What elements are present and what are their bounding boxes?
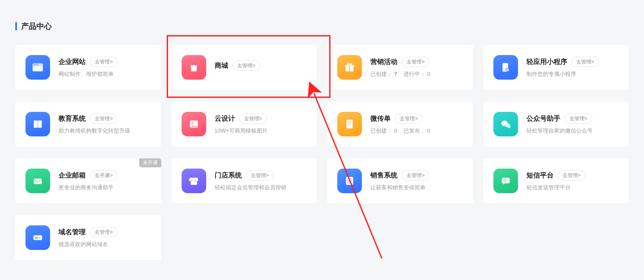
card-body: 短信平台 去管理> 短信发送管理平台 — [526, 170, 619, 191]
card-desc: 轻松搞定会员管理和会员营销 — [215, 184, 307, 191]
svg-rect-20 — [34, 178, 42, 184]
manage-button[interactable]: 去管理> — [558, 170, 585, 180]
card-body: 微传单 去管理> 已创建：0 已发布：0 — [370, 114, 463, 135]
card-body: 企业网站 去管理> 网站制作、维护都简单 — [59, 57, 151, 78]
svg-rect-28 — [503, 181, 507, 182]
wechat-icon — [493, 112, 518, 136]
card-body: 门店系统 去管理> 轻松搞定会员管理和会员营销 — [215, 170, 307, 191]
svg-point-9 — [505, 68, 509, 72]
card-edu[interactable]: 教育系统 去管理> 助力教培机构数字化转型升级 — [15, 102, 161, 147]
card-domain[interactable]: W.≡ 域名管理 去管理> 挑选喜欢的网站域名 — [15, 215, 161, 260]
svg-rect-13 — [347, 120, 353, 129]
card-body: 营销活动 去管理> 已创建：7 进行中：0 — [370, 57, 463, 78]
manage-button[interactable]: 去管理> — [232, 61, 260, 71]
card-mall[interactable]: 商城 去管理> — [171, 45, 317, 90]
manage-button[interactable]: 去管理> — [90, 227, 118, 237]
window-icon — [25, 55, 50, 80]
shopping-bag-icon — [182, 55, 206, 80]
card-title: 销售系统 — [370, 171, 398, 180]
mini-program-icon — [493, 55, 518, 80]
stat-published-value: 0 — [427, 128, 430, 134]
svg-point-2 — [34, 64, 35, 65]
title-accent-bar — [15, 22, 17, 30]
card-stats: 已创建：0 已发布：0 — [370, 127, 463, 135]
card-design[interactable]: 云设计 去管理> 10W+可商用模板图片 — [171, 102, 317, 147]
card-title: 门店系统 — [215, 171, 242, 180]
card-body: 云设计 去管理> 10W+可商用模板图片 — [215, 114, 307, 135]
stat-created-label: 已创建： — [370, 71, 392, 77]
card-title: 商城 — [215, 61, 228, 70]
card-title: 短信平台 — [526, 171, 554, 180]
stat-running-value: 0 — [427, 71, 430, 77]
card-title: 企业网站 — [59, 58, 86, 67]
svg-rect-25 — [347, 183, 350, 183]
manage-button[interactable]: 去管理> — [246, 170, 274, 180]
stat-created-value: 7 — [394, 71, 397, 77]
card-title: 云设计 — [215, 114, 235, 123]
manage-button[interactable]: 去管理> — [402, 170, 429, 180]
card-sms[interactable]: 短信平台 去管理> 短信发送管理平台 — [483, 158, 629, 203]
domain-icon: W.≡ — [25, 225, 50, 250]
svg-rect-14 — [347, 121, 351, 122]
manage-button[interactable]: 去管理> — [90, 57, 118, 67]
stat-created-value: 0 — [394, 128, 397, 134]
mail-icon — [25, 169, 50, 193]
card-desc: 更专业的商务沟通助手 — [59, 184, 151, 191]
card-title: 域名管理 — [59, 228, 86, 237]
card-mail[interactable]: 未开通 企业邮箱 去开通> 更专业的商务沟通助手 — [15, 158, 161, 203]
card-stats: 已创建：7 进行中：0 — [370, 70, 463, 78]
card-title: 微传单 — [370, 114, 391, 123]
card-desc: 短信发送管理平台 — [526, 184, 619, 191]
manage-button[interactable]: 去管理> — [90, 114, 118, 124]
manage-button[interactable]: 去管理> — [402, 57, 429, 67]
svg-point-12 — [191, 122, 193, 124]
book-icon — [25, 112, 50, 136]
card-sales[interactable]: 销售系统 去管理> 让获客和销售变得简单 — [327, 158, 473, 203]
open-button[interactable]: 去开通> — [90, 170, 118, 180]
card-body: 商城 去管理> — [215, 61, 307, 74]
card-desc: 10W+可商用模板图片 — [215, 127, 307, 135]
stat-created-label: 已创建： — [370, 128, 392, 134]
card-website[interactable]: 企业网站 去管理> 网站制作、维护都简单 — [15, 45, 161, 90]
svg-rect-16 — [347, 125, 350, 125]
card-body: 域名管理 去管理> 挑选喜欢的网站域名 — [59, 227, 151, 248]
card-desc: 轻松管理自家的微信公众号 — [526, 127, 619, 135]
svg-rect-23 — [347, 178, 352, 179]
card-flyer[interactable]: 微传单 去管理> 已创建：0 已发布：0 — [327, 102, 473, 147]
svg-rect-10 — [37, 121, 38, 128]
svg-rect-21 — [190, 181, 197, 185]
card-store[interactable]: 门店系统 去管理> 轻松搞定会员管理和会员营销 — [171, 158, 317, 203]
card-body: 公众号助手 去管理> 轻松管理自家的微信公众号 — [526, 114, 619, 135]
card-wechat[interactable]: 公众号助手 去管理> 轻松管理自家的微信公众号 — [483, 102, 629, 147]
manage-button[interactable]: 去管理> — [565, 114, 592, 124]
shop-icon — [182, 169, 206, 193]
section-title-text: 产品中心 — [21, 21, 52, 31]
card-desc: 网站制作、维护都简单 — [59, 70, 151, 78]
svg-rect-15 — [347, 123, 351, 124]
card-miniapp[interactable]: 轻应用小程序 去管理> 制作您的专属小程序 — [483, 45, 629, 90]
card-desc: 助力教培机构数字化转型升级 — [59, 127, 151, 135]
card-desc: 制作您的专属小程序 — [526, 70, 619, 78]
page-icon — [337, 112, 362, 136]
card-body: 轻应用小程序 去管理> 制作您的专属小程序 — [526, 57, 619, 78]
cards-grid: 企业网站 去管理> 网站制作、维护都简单 商城 去管理> — [15, 45, 629, 260]
product-center-page: 产品中心 企业网站 去管理> 网站制作、维护都简单 商城 — [0, 0, 644, 269]
svg-rect-27 — [503, 180, 508, 180]
card-marketing[interactable]: 营销活动 去管理> 已创建：7 进行中：0 — [327, 45, 473, 90]
svg-rect-24 — [347, 180, 352, 181]
card-title: 轻应用小程序 — [526, 58, 567, 67]
not-opened-badge: 未开通 — [139, 158, 161, 167]
card-body: 销售系统 去管理> 让获客和销售变得简单 — [370, 170, 463, 191]
gift-icon — [337, 55, 362, 80]
card-title: 营销活动 — [370, 58, 398, 67]
card-body: 教育系统 去管理> 助力教培机构数字化转型升级 — [59, 114, 151, 135]
card-desc: 让获客和销售变得简单 — [370, 184, 463, 191]
manage-button[interactable]: 去管理> — [395, 114, 423, 124]
chat-icon — [493, 169, 518, 193]
card-desc: 挑选喜欢的网站域名 — [59, 241, 151, 248]
card-title: 教育系统 — [59, 114, 86, 123]
manage-button[interactable]: 去管理> — [239, 114, 267, 124]
image-icon — [182, 112, 206, 136]
list-icon — [337, 169, 362, 193]
manage-button[interactable]: 去管理> — [571, 57, 599, 67]
